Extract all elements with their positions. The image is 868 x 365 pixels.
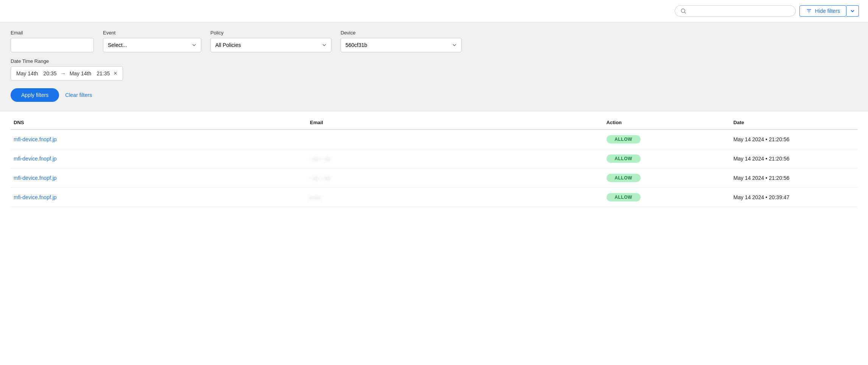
hide-filters-label: Hide filters xyxy=(815,8,840,14)
device-filter-group: Device 560cf31b xyxy=(341,30,462,52)
clear-filters-button[interactable]: Clear filters xyxy=(65,92,92,98)
action-cell: ALLOW xyxy=(604,149,731,168)
action-badge: ALLOW xyxy=(607,174,641,182)
email-cell: · ·– · · ·–· xyxy=(307,149,603,168)
results-table: DNS Email Action Date mfi-device.fnopf.j… xyxy=(11,115,857,207)
filter-actions-row: Apply filters Clear filters xyxy=(11,88,857,102)
event-filter-select[interactable]: Select... xyxy=(103,38,201,52)
date-range-label: Date Time Range xyxy=(11,58,857,64)
action-cell: ALLOW xyxy=(604,129,731,149)
dns-link[interactable]: mfi-device.fnopf.jp xyxy=(14,175,57,181)
date-cell: May 14 2024 • 21:20:56 xyxy=(730,149,857,168)
table-row: mfi-device.fnopf.jp– ·–·ALLOWMay 14 2024… xyxy=(11,188,857,207)
device-filter-select[interactable]: 560cf31b xyxy=(341,38,462,52)
date-to-date: May 14th xyxy=(70,70,92,76)
svg-line-1 xyxy=(684,12,686,14)
action-cell: ALLOW xyxy=(604,168,731,188)
dns-link[interactable]: mfi-device.fnopf.jp xyxy=(14,136,57,142)
dns-link[interactable]: mfi-device.fnopf.jp xyxy=(14,156,57,162)
svg-point-0 xyxy=(681,9,685,12)
policy-filter-label: Policy xyxy=(210,30,331,36)
date-range-clear-button[interactable]: × xyxy=(114,70,117,76)
search-wrapper: fnopf xyxy=(675,5,796,17)
date-to-time: 21:35 xyxy=(96,70,110,76)
date-range-arrow: → xyxy=(61,70,66,76)
column-header-date: Date xyxy=(730,115,857,129)
email-cell xyxy=(307,129,603,149)
email-filter-label: Email xyxy=(11,30,94,36)
policy-filter-select[interactable]: All Policies xyxy=(210,38,331,52)
hide-filters-control: Hide filters xyxy=(800,5,859,17)
date-range-row: Date Time Range May 14th 20:35 → May 14t… xyxy=(11,58,857,81)
table-row: mfi-device.fnopf.jpALLOWMay 14 2024 • 21… xyxy=(11,129,857,149)
table-row: mfi-device.fnopf.jp· ·– · · ·–·ALLOWMay … xyxy=(11,149,857,168)
filter-icon xyxy=(806,8,812,14)
date-range-picker[interactable]: May 14th 20:35 → May 14th 21:35 × xyxy=(11,66,123,81)
date-from-date: May 14th xyxy=(16,70,38,76)
table-header-row: DNS Email Action Date xyxy=(11,115,857,129)
email-filter-input[interactable] xyxy=(11,38,94,52)
table-row: mfi-device.fnopf.jp· ·– · · ·–·ALLOWMay … xyxy=(11,168,857,188)
column-header-dns: DNS xyxy=(11,115,307,129)
action-badge: ALLOW xyxy=(607,135,641,144)
search-icon xyxy=(680,8,686,14)
event-filter-group: Event Select... xyxy=(103,30,201,52)
policy-filter-group: Policy All Policies xyxy=(210,30,331,52)
dns-link[interactable]: mfi-device.fnopf.jp xyxy=(14,194,57,200)
chevron-down-icon xyxy=(850,9,855,13)
results-table-container: DNS Email Action Date mfi-device.fnopf.j… xyxy=(0,115,868,207)
action-badge: ALLOW xyxy=(607,193,641,201)
action-badge: ALLOW xyxy=(607,154,641,163)
date-cell: May 14 2024 • 20:39:47 xyxy=(730,188,857,207)
date-cell: May 14 2024 • 21:20:56 xyxy=(730,129,857,149)
filter-panel: Email Event Select... Policy All Policie… xyxy=(0,22,868,111)
email-filter-group: Email xyxy=(11,30,94,52)
column-header-email: Email xyxy=(307,115,603,129)
column-header-action: Action xyxy=(604,115,731,129)
top-bar: fnopf Hide filters xyxy=(0,0,868,22)
search-input[interactable]: fnopf xyxy=(689,8,790,14)
event-filter-label: Event xyxy=(103,30,201,36)
action-cell: ALLOW xyxy=(604,188,731,207)
hide-filters-button[interactable]: Hide filters xyxy=(800,5,846,17)
email-cell: – ·–· xyxy=(307,188,603,207)
apply-filters-button[interactable]: Apply filters xyxy=(11,88,59,102)
hide-filters-dropdown-button[interactable] xyxy=(846,5,859,17)
device-filter-label: Device xyxy=(341,30,462,36)
date-from-time: 20:35 xyxy=(44,70,57,76)
date-cell: May 14 2024 • 21:20:56 xyxy=(730,168,857,188)
email-cell: · ·– · · ·–· xyxy=(307,168,603,188)
